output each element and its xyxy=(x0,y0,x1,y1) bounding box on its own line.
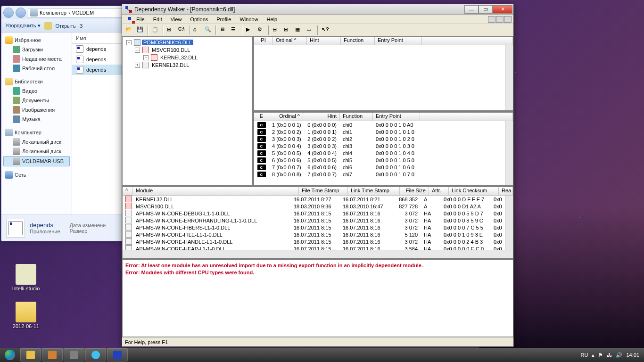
nav-desktop[interactable]: Рабочий стол xyxy=(3,64,70,73)
libraries-group[interactable]: Библиотеки xyxy=(3,77,70,86)
favorites-group[interactable]: Избранное xyxy=(3,35,70,45)
close-button[interactable]: ✕ xyxy=(493,5,512,14)
find-button[interactable]: 🔍 xyxy=(203,25,214,35)
task-player[interactable] xyxy=(42,348,63,362)
module-row[interactable]: API-MS-WIN-CORE-FIBERS-L1-1-0.DLL16.07.2… xyxy=(123,224,505,231)
log-pane[interactable]: Error: At least one module has an unreso… xyxy=(122,260,513,337)
undecorate-button[interactable]: ⎌ xyxy=(192,25,202,35)
col-filesize[interactable]: File Size xyxy=(400,187,429,195)
col-e[interactable]: E xyxy=(254,113,269,121)
open-button[interactable]: Открыть xyxy=(56,23,76,29)
nav-usb-drive[interactable]: VOLDEMAR-USB xyxy=(3,156,70,166)
menu-view[interactable]: View xyxy=(167,16,186,23)
minimize-button[interactable]: — xyxy=(464,5,479,14)
col-hint[interactable]: Hint xyxy=(307,37,341,45)
menu-profile[interactable]: Profile xyxy=(213,16,235,23)
tray-action-center-icon[interactable]: ⚑ xyxy=(598,352,603,358)
mdi-minimize[interactable] xyxy=(488,16,495,23)
scrollbar[interactable] xyxy=(505,121,513,185)
col-linktime[interactable]: Link Time Stamp xyxy=(348,187,400,195)
tree-node[interactable]: +KERNEL32.DLL xyxy=(124,61,251,69)
tree-node[interactable]: −POMOSHNIK=6.DLL xyxy=(124,39,251,46)
col-hint[interactable]: Hint xyxy=(303,113,340,121)
module-row[interactable]: API-MS-WIN-CORE-DEBUG-L1-1-0.DLL16.07.20… xyxy=(123,210,505,217)
col-linkchecksum[interactable]: Link Checksum xyxy=(449,187,499,195)
view2-button[interactable]: ⊞ xyxy=(282,25,293,35)
export-row[interactable]: C1 (0x0 0 0 1)0 (0x0 0 0 0)chi00x0 0 0 0… xyxy=(254,121,505,128)
nav-pictures[interactable]: Изображения xyxy=(3,105,70,115)
module-row[interactable]: API-MS-WIN-CORE-ERRORHANDLING-L1-1-0.DLL… xyxy=(123,217,505,224)
configure-button[interactable]: ⚙ xyxy=(256,25,266,35)
nav-documents[interactable]: Документы xyxy=(3,96,70,105)
col-ordinal[interactable]: Ordinal ^ xyxy=(269,113,303,121)
export-row[interactable]: C5 (0x0 0 0 5)4 (0x0 0 0 4)chi40x0 0 0 0… xyxy=(254,149,505,156)
autoexpand-button[interactable]: ⊞ xyxy=(165,25,176,35)
lang-indicator[interactable]: RU xyxy=(581,352,588,358)
desktop-icon-folder[interactable]: 2012-06-11 xyxy=(9,302,42,329)
nav-downloads[interactable]: Загрузки xyxy=(3,45,70,54)
tree-node[interactable]: +KERNEL32.DLL xyxy=(124,54,251,61)
maximize-button[interactable]: ▭ xyxy=(479,5,493,14)
menu-file[interactable]: File xyxy=(132,16,149,23)
open-button[interactable]: 📂 xyxy=(124,25,134,35)
task-explorer[interactable] xyxy=(20,348,41,362)
organize-button[interactable]: Упорядочить ▾ xyxy=(5,23,41,29)
menu-edit[interactable]: Edit xyxy=(149,16,166,23)
tree-toggle[interactable]: + xyxy=(135,63,140,68)
tree-toggle[interactable]: − xyxy=(126,40,132,45)
view3-button[interactable]: ▦ xyxy=(294,25,304,35)
module-row[interactable]: API-MS-WIN-CORE-HANDLE-L1-1-0.DLL16.07.2… xyxy=(123,238,505,245)
col-function[interactable]: Function xyxy=(340,113,373,121)
profile-button[interactable]: ▶ xyxy=(245,25,255,35)
export-row[interactable]: C3 (0x0 0 0 3)2 (0x0 0 0 2)chi20x0 0 0 0… xyxy=(254,135,505,142)
col-module[interactable]: Module xyxy=(133,187,299,195)
task-depends[interactable] xyxy=(107,348,128,362)
fullpaths-button[interactable]: C:\ xyxy=(177,25,187,35)
col-entrypoint[interactable]: Entry Point xyxy=(375,37,422,45)
export-row[interactable]: C8 (0x0 0 0 8)7 (0x0 0 0 7)chi70x0 0 0 0… xyxy=(254,171,505,178)
computer-group[interactable]: Компьютер xyxy=(3,128,70,137)
desktop-icon-intelli-studio[interactable]: Intelli-studio xyxy=(9,264,42,291)
scrollbar-horizontal[interactable] xyxy=(123,250,513,258)
nav-drive-1[interactable]: Локальный диск xyxy=(3,137,70,147)
mdi-close[interactable] xyxy=(504,16,512,23)
export-row[interactable]: C4 (0x0 0 0 4)3 (0x0 0 0 3)chi30x0 0 0 0… xyxy=(254,142,505,149)
modules-list[interactable]: KERNEL32.DLL16.07.2011 8:2716.07.2011 8:… xyxy=(123,196,505,250)
tree-node[interactable]: −MSVCR100.DLL xyxy=(124,46,251,54)
scrollbar[interactable] xyxy=(505,196,513,250)
module-row[interactable]: MSVCR100.DLL18.03.2010 9:3618.03.2010 16… xyxy=(123,203,505,210)
mdi-restore[interactable] xyxy=(496,16,504,23)
exports-list[interactable]: C1 (0x0 0 0 1)0 (0x0 0 0 0)chi00x0 0 0 0… xyxy=(254,121,505,185)
export-row[interactable]: C7 (0x0 0 0 7)6 (0x0 0 0 6)chi60x0 0 0 0… xyxy=(254,164,505,171)
nav-drive-2[interactable]: Локальный диск xyxy=(3,147,70,156)
task-skype[interactable] xyxy=(85,348,106,362)
share-button[interactable]: З xyxy=(80,23,83,29)
col-ordinal[interactable]: Ordinal ^ xyxy=(273,37,307,45)
properties-button[interactable]: ☰ xyxy=(230,25,240,35)
imports-list[interactable] xyxy=(254,45,505,110)
copy-button[interactable]: 📋 xyxy=(150,25,161,35)
tree-toggle[interactable]: + xyxy=(143,55,149,60)
back-button[interactable] xyxy=(3,8,14,18)
col-filetime[interactable]: File Time Stamp xyxy=(299,187,348,195)
nav-videos[interactable]: Видео xyxy=(3,86,70,96)
export-row[interactable]: C6 (0x0 0 0 6)5 (0x0 0 0 5)chi50x0 0 0 0… xyxy=(254,156,505,164)
tray-network-icon[interactable]: 🖧 xyxy=(607,352,612,358)
save-button[interactable]: 💾 xyxy=(135,25,146,35)
nav-recent[interactable]: Недавние места xyxy=(3,54,70,64)
menu-window[interactable]: Window xyxy=(236,16,262,23)
col-pi[interactable]: PI xyxy=(254,37,273,45)
tree-toggle[interactable]: − xyxy=(135,48,140,53)
view4-button[interactable]: ▭ xyxy=(305,25,315,35)
menu-options[interactable]: Options xyxy=(186,16,212,23)
menu-help[interactable]: Help xyxy=(263,16,281,23)
module-row[interactable]: API-MS-WIN-CORE-HEAP-L1-1-0.DLL16.07.201… xyxy=(123,245,505,250)
forward-button[interactable] xyxy=(16,8,26,18)
nav-music[interactable]: Музыка xyxy=(3,115,70,124)
col-function[interactable]: Function xyxy=(341,37,375,45)
view1-button[interactable]: ⊟ xyxy=(271,25,281,35)
task-app[interactable] xyxy=(64,348,84,362)
col-icon[interactable]: ^ xyxy=(123,187,133,195)
export-row[interactable]: C2 (0x0 0 0 2)1 (0x0 0 0 1)chi10x0 0 0 0… xyxy=(254,128,505,135)
module-row[interactable]: KERNEL32.DLL16.07.2011 8:2716.07.2011 8:… xyxy=(123,196,505,203)
